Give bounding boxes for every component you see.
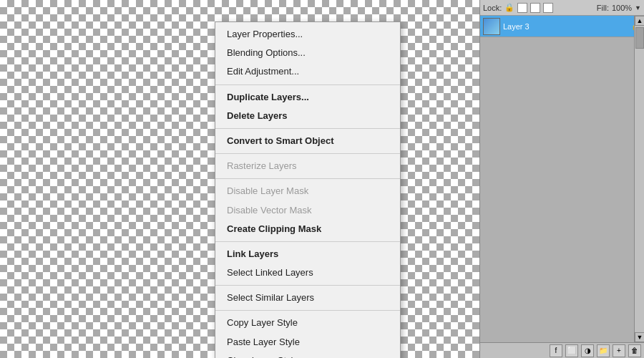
menu-item-select-similar-layers[interactable]: Select Similar Layers — [215, 289, 400, 307]
menu-divider-divider-5 — [215, 241, 400, 242]
menu-divider-divider-7 — [215, 310, 400, 311]
new-group-button[interactable]: 📁 — [597, 344, 610, 357]
fill-value: 100% — [612, 4, 632, 12]
menu-item-duplicate-layers[interactable]: Duplicate Layers... — [215, 88, 400, 107]
lock-checkbox-1[interactable] — [517, 3, 527, 13]
delete-layer-button[interactable]: 🗑 — [628, 344, 641, 357]
layer-item-layer3[interactable]: Layer 3 🔒 — [480, 16, 644, 37]
lock-checkbox-3[interactable] — [543, 3, 553, 13]
fill-arrow-icon[interactable]: ▼ — [635, 4, 641, 11]
context-menu: Layer Properties...Blending Options...Ed… — [215, 21, 401, 358]
menu-item-link-layers[interactable]: Link Layers — [215, 245, 400, 263]
menu-item-delete-layers[interactable]: Delete Layers — [215, 107, 400, 125]
scrollbar-thumb[interactable] — [635, 27, 644, 49]
layer-thumbnail — [483, 18, 500, 35]
new-layer-button[interactable]: + — [613, 344, 625, 357]
menu-item-disable-layer-mask: Disable Layer Mask — [215, 182, 400, 200]
scroll-up-arrow[interactable]: ▲ — [635, 16, 644, 26]
new-style-button[interactable]: f — [550, 344, 562, 357]
menu-item-clear-layer-style[interactable]: Clear Layer Style — [215, 352, 400, 358]
menu-item-layer-properties[interactable]: Layer Properties... — [215, 25, 400, 44]
menu-divider-divider-2 — [215, 128, 400, 129]
menu-item-edit-adjustment[interactable]: Edit Adjustment... — [215, 62, 400, 81]
lock-label: Lock: — [483, 4, 502, 12]
menu-item-blending-options[interactable]: Blending Options... — [215, 44, 400, 62]
menu-item-convert-smart[interactable]: Convert to Smart Object — [215, 132, 400, 150]
panel-toolbar: Lock: 🔒 Fill: 100% ▼ — [480, 0, 644, 16]
menu-item-copy-layer-style[interactable]: Copy Layer Style — [215, 314, 400, 332]
menu-divider-divider-1 — [215, 84, 400, 85]
layer-name: Layer 3 — [503, 22, 530, 31]
menu-item-disable-vector-mask: Disable Vector Mask — [215, 201, 400, 220]
menu-divider-divider-6 — [215, 285, 400, 286]
lock-checkbox-2[interactable] — [530, 3, 540, 13]
menu-divider-divider-4 — [215, 178, 400, 179]
menu-item-paste-layer-style[interactable]: Paste Layer Style — [215, 333, 400, 352]
menu-item-select-linked-layers[interactable]: Select Linked Layers — [215, 263, 400, 282]
panel-scrollbar[interactable]: ▲ ▼ — [634, 16, 644, 342]
menu-item-create-clipping-mask[interactable]: Create Clipping Mask — [215, 220, 400, 238]
lock-icon[interactable]: 🔒 — [504, 3, 514, 12]
menu-item-rasterize-layers: Rasterize Layers — [215, 157, 400, 175]
menu-divider-divider-3 — [215, 153, 400, 154]
add-mask-button[interactable]: ⬜ — [565, 344, 578, 357]
scroll-down-arrow[interactable]: ▼ — [635, 332, 644, 342]
panel-empty-area — [480, 37, 644, 252]
layers-panel: Lock: 🔒 Fill: 100% ▼ Layer 3 🔒 ▲ ▼ f ⬜ ◑… — [479, 0, 644, 358]
new-adjustment-button[interactable]: ◑ — [581, 344, 594, 357]
fill-label: Fill: — [597, 4, 609, 12]
panel-bottom-bar: f ⬜ ◑ 📁 + 🗑 — [480, 342, 644, 358]
